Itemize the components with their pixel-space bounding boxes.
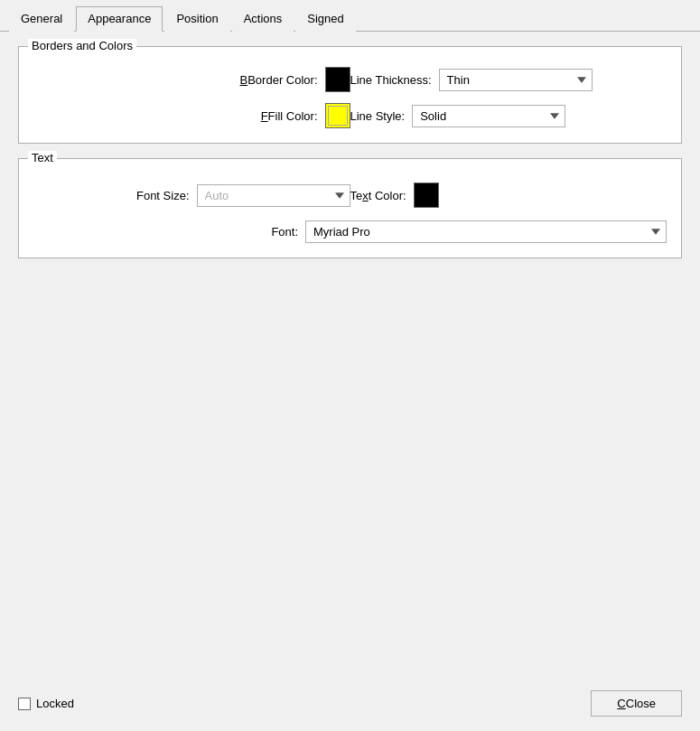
text-color-row: Text Color: — [350, 183, 667, 208]
border-color-label: BBorder Color: — [240, 73, 318, 87]
border-color-swatch[interactable] — [325, 67, 350, 92]
tab-appearance[interactable]: Appearance — [76, 6, 163, 32]
line-thickness-row: Line Thickness: Thin Medium Thick — [350, 69, 667, 91]
fill-color-swatch[interactable] — [325, 103, 350, 128]
line-thickness-select[interactable]: Thin Medium Thick — [439, 69, 593, 91]
tab-general[interactable]: General — [9, 6, 74, 32]
font-size-select[interactable]: Auto 6 8 9 10 11 12 14 16 18 20 24 36 — [197, 184, 350, 207]
font-size-row: Font Size: Auto 6 8 9 10 11 12 14 16 18 … — [33, 184, 350, 207]
borders-colors-title: Borders and Colors — [28, 39, 136, 52]
dialog: General Appearance Position Actions Sign… — [0, 0, 700, 731]
fill-color-row: FFill Color: — [33, 103, 350, 128]
tab-position[interactable]: Position — [164, 6, 229, 32]
content-area: Borders and Colors BBorder Color: Line T… — [0, 32, 700, 681]
tab-actions[interactable]: Actions — [232, 6, 294, 32]
line-style-label: Line Style: — [350, 109, 406, 123]
locked-checkbox[interactable] — [18, 698, 31, 710]
tab-bar: General Appearance Position Actions Sign… — [0, 0, 700, 32]
font-label: Font: — [271, 225, 298, 239]
borders-colors-panel: Borders and Colors BBorder Color: Line T… — [18, 46, 682, 144]
font-row: Font: Myriad Pro Arial Times New Roman H… — [33, 220, 667, 243]
close-button[interactable]: CClose — [591, 690, 682, 717]
border-color-row: BBorder Color: — [33, 67, 350, 92]
tab-signed[interactable]: Signed — [295, 6, 355, 32]
line-style-select[interactable]: Solid Dashed Underline Beveled Inset — [412, 105, 565, 127]
text-grid: Font Size: Auto 6 8 9 10 11 12 14 16 18 … — [33, 183, 667, 243]
font-select[interactable]: Myriad Pro Arial Times New Roman Helveti… — [305, 220, 667, 243]
borders-grid: BBorder Color: Line Thickness: Thin Medi… — [33, 67, 667, 128]
line-thickness-label: Line Thickness: — [350, 73, 432, 87]
font-size-label: Font Size: — [136, 189, 190, 202]
locked-row: Locked — [18, 697, 74, 710]
text-color-label: Text Color: — [350, 189, 406, 202]
fill-color-label: FFill Color: — [261, 109, 318, 123]
bottom-bar: Locked CClose — [0, 681, 700, 731]
text-panel: Text Font Size: Auto 6 8 9 10 11 12 14 1… — [18, 158, 682, 258]
line-style-row: Line Style: Solid Dashed Underline Bevel… — [350, 105, 667, 127]
text-title: Text — [28, 151, 57, 164]
text-color-swatch[interactable] — [414, 183, 439, 208]
locked-label: Locked — [36, 697, 74, 710]
